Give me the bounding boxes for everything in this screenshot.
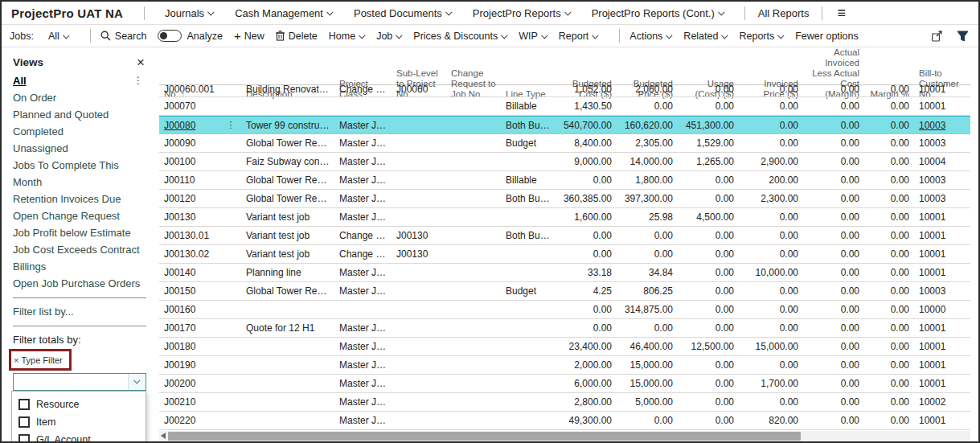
top-menu-item-4[interactable]: ProjectPro Reports (462, 7, 581, 19)
cell-no[interactable]: J00180 (159, 341, 220, 352)
type-filter-tag[interactable]: ×Type Filter (14, 355, 63, 365)
cell[interactable]: 10001 (914, 378, 970, 389)
sidebar-view-retention-invoices-due[interactable]: Retention Invoices Due (13, 191, 146, 207)
sidebar-view-open-change-request[interactable]: Open Change Request (13, 207, 146, 224)
cell[interactable]: 10003 (914, 120, 970, 131)
fewer-options-button[interactable]: Fewer options (795, 31, 859, 42)
cell[interactable]: 10001 (914, 322, 970, 334)
cell-no[interactable]: J00220 (159, 415, 220, 426)
checkbox-icon[interactable] (18, 399, 30, 410)
cell[interactable]: 10003 (914, 193, 970, 204)
close-icon[interactable]: × (135, 55, 146, 69)
sidebar-view-completed[interactable]: Completed (13, 123, 146, 140)
filter-list-by-link[interactable]: Filter list by... (13, 303, 146, 320)
horizontal-scrollbar[interactable] (159, 431, 970, 441)
all-reports-menu[interactable]: All Reports (755, 7, 813, 19)
cell[interactable]: 10001 (914, 415, 970, 426)
cell-no[interactable]: J00090 (159, 137, 220, 149)
scroll-left-icon[interactable] (161, 433, 166, 439)
ellipsis-v-icon[interactable]: ⋮ (130, 72, 146, 89)
table-row-j00210[interactable]: J00210⋮Master Job2,800.005,000.000.000.0… (159, 393, 970, 412)
scrollbar-thumb[interactable] (168, 432, 801, 441)
cell[interactable]: 10001 (914, 359, 970, 371)
cell-no[interactable]: J00080 (159, 120, 220, 131)
cell[interactable]: 10001 (914, 267, 970, 278)
analyze-toggle[interactable]: Analyze (158, 30, 222, 42)
toolbar-menu-report[interactable]: Report (559, 31, 599, 42)
dropdown-option-g-l-account[interactable]: G/L Account (12, 431, 146, 443)
cell-no[interactable]: J00200 (159, 378, 220, 389)
toolbar-menu-prices-discounts[interactable]: Prices & Discounts (413, 31, 507, 42)
table-row-j00190[interactable]: J00190⋮Master Job2,000.0015,000.000.000.… (159, 356, 970, 375)
table-row-j00090[interactable]: J00090⋮Global Tower RenewationMaster Job… (159, 134, 970, 153)
cell-no[interactable]: J00190 (159, 359, 220, 371)
table-row-j00060.001[interactable]: J00060.001⋮Building Renovation D/205Chan… (159, 85, 970, 97)
toolbar-menu-related[interactable]: Related (683, 31, 728, 42)
toolbar-menu-reports[interactable]: Reports (739, 31, 784, 42)
cell[interactable]: 10003 (914, 285, 970, 297)
sidebar-view-unassigned[interactable]: Unassigned (13, 140, 146, 157)
cell-no[interactable]: J00130.01 (159, 230, 220, 241)
toolbar-menu-actions[interactable]: Actions (629, 31, 672, 42)
cell[interactable]: 10001 (914, 85, 970, 95)
cell-no[interactable]: J00150 (159, 285, 220, 297)
cell[interactable]: 10001 (914, 248, 970, 260)
checkbox-icon[interactable] (18, 434, 30, 443)
table-row-j00110[interactable]: J00110⋮Global Tower RenewationMaster Job… (159, 171, 970, 190)
table-row-j00160[interactable]: J00160⋮0.00314,875.000.000.000.000.00100… (159, 301, 970, 319)
table-row-j00140[interactable]: J00140⋮Planning lineMaster Job33.1834.84… (159, 264, 970, 282)
cell-no[interactable]: J00140 (159, 267, 220, 278)
row-ellipsis-icon[interactable]: ⋮ (220, 120, 241, 130)
top-menu-item-5[interactable]: ProjectPro Reports (Cont.) (581, 7, 735, 19)
sidebar-view-jobs-to-complete-this-month[interactable]: Jobs To Complete This Month (13, 157, 146, 191)
type-filter-combobox[interactable] (13, 373, 146, 391)
cell-no[interactable]: J00130.02 (159, 248, 220, 260)
sidebar-view-job-cost-exceeds-contract-billings[interactable]: Job Cost Exceeds Contract Billings (13, 241, 146, 275)
cell[interactable]: 10001 (914, 211, 970, 223)
jobs-scope-dropdown[interactable]: All (48, 31, 69, 42)
table-row-j00100[interactable]: J00100⋮Faiz Subway constructionsMaster J… (159, 153, 970, 171)
cell-no[interactable]: J00210 (159, 396, 220, 408)
table-row-j00120[interactable]: J00120⋮Global Tower RenewationMaster Job… (159, 190, 970, 208)
delete-button[interactable]: Delete (276, 31, 318, 42)
top-menu-item-2[interactable]: Cash Management (224, 7, 343, 19)
cell-no[interactable]: J00100 (159, 156, 220, 167)
cell[interactable]: 10003 (914, 137, 970, 149)
table-row-j00130.02[interactable]: J00130.02⋮Variant test jobChange OrderJ0… (159, 245, 970, 264)
combobox-dropdown-button[interactable] (128, 374, 146, 390)
table-row-j00220[interactable]: J00220⋮Master Job49,300.000.000.00820.00… (159, 412, 970, 430)
cell-no[interactable]: J00060.001 (159, 85, 220, 95)
tag-remove-icon[interactable]: × (14, 355, 18, 365)
sidebar-view-planned-and-quoted[interactable]: Planned and Quoted (13, 106, 146, 123)
toolbar-menu-wip[interactable]: WIP (519, 31, 547, 42)
table-row-j00180[interactable]: J00180⋮Master Job23,400.0046,400.0012,50… (159, 338, 970, 356)
cell[interactable]: 10001 (914, 100, 970, 112)
search-button[interactable]: Search (100, 31, 147, 42)
cell-no[interactable]: J00070 (159, 100, 220, 112)
checkbox-icon[interactable] (18, 416, 30, 428)
top-menu-item-1[interactable]: Journals (154, 7, 224, 19)
share-icon[interactable] (931, 30, 944, 42)
toolbar-menu-home[interactable]: Home (329, 31, 365, 42)
cell-no[interactable]: J00160 (159, 304, 220, 315)
top-menu-item-3[interactable]: Posted Documents (343, 7, 462, 19)
sidebar-view-all[interactable]: All⋮ (13, 72, 146, 89)
table-row-j00070[interactable]: J00070⋮Billable1,430.500.000.000.000.000… (159, 97, 970, 116)
cell-no[interactable]: J00120 (159, 193, 220, 204)
cell[interactable]: 10000 (914, 304, 970, 315)
dropdown-option-resource[interactable]: Resource (12, 396, 146, 413)
cell[interactable]: 10001 (914, 341, 970, 352)
table-row-j00130.01[interactable]: J00130.01⋮Variant test jobChange OrderJ0… (159, 227, 970, 245)
sidebar-view-open-job-purchase-orders[interactable]: Open Job Purchase Orders (13, 275, 146, 292)
type-filter-input[interactable] (14, 374, 128, 390)
table-row-j00130[interactable]: J00130⋮Variant test jobMaster Job1,600.0… (159, 208, 970, 227)
table-row-j00080[interactable]: J00080⋮Tower 99 constructionMaster JobBo… (159, 116, 970, 134)
cell[interactable]: 10001 (914, 230, 970, 241)
dropdown-option-item[interactable]: Item (12, 413, 146, 431)
toolbar-menu-job[interactable]: Job (376, 31, 402, 42)
cell[interactable]: 10002 (914, 396, 970, 408)
sidebar-view-on-order[interactable]: On Order (13, 89, 146, 106)
new-button[interactable]: +New (234, 30, 264, 42)
cell[interactable]: 10004 (914, 156, 970, 167)
table-row-j00170[interactable]: J00170⋮Quote for 12 H1Master Job0.000.00… (159, 319, 970, 338)
